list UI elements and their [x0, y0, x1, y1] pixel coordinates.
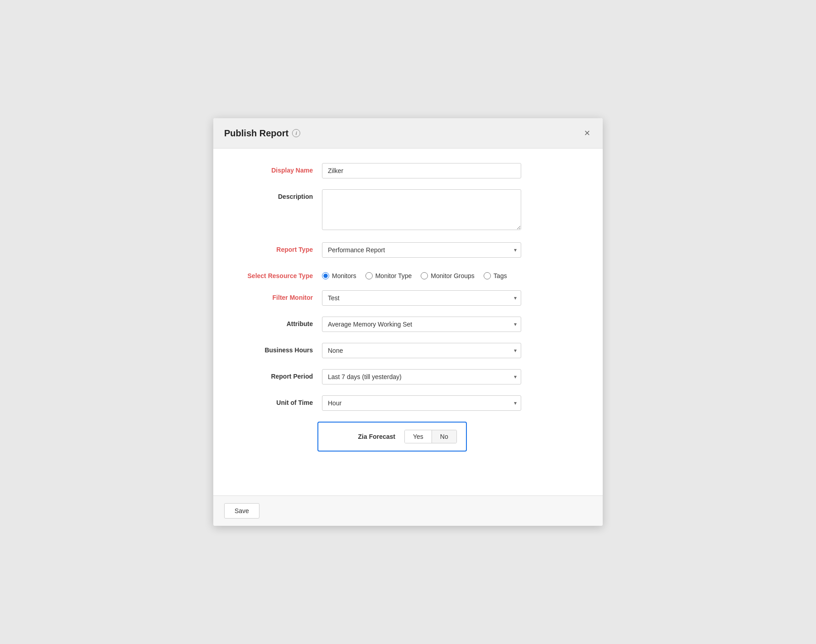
business-hours-select-wrap: None ▾ — [322, 343, 521, 358]
unit-of-time-row: Unit of Time Hour Day Week ▾ — [231, 395, 585, 411]
report-type-row: Report Type Performance Report Availabil… — [231, 242, 585, 258]
display-name-label: Display Name — [231, 163, 322, 174]
display-name-row: Display Name — [231, 163, 585, 178]
select-resource-type-row: Select Resource Type Monitors Monitor Ty… — [231, 269, 585, 279]
unit-of-time-label: Unit of Time — [231, 395, 322, 406]
filter-monitor-label: Filter Monitor — [231, 290, 322, 301]
unit-of-time-select[interactable]: Hour Day Week — [322, 395, 521, 411]
description-row: Description — [231, 189, 585, 231]
report-type-wrap: Performance Report Availability Report S… — [322, 242, 521, 258]
radio-tags[interactable]: Tags — [484, 272, 507, 279]
zia-forecast-container: Zia Forecast Yes No — [317, 422, 467, 452]
publish-report-modal: Publish Report i × Display Name Descript… — [213, 118, 603, 526]
zia-forecast-no-button[interactable]: No — [432, 430, 456, 443]
filter-monitor-select-wrap: Test ▾ — [322, 290, 521, 306]
radio-monitor-type-input[interactable] — [365, 272, 373, 279]
attribute-select-wrap: Average Memory Working Set ▾ — [322, 317, 521, 332]
report-type-select[interactable]: Performance Report Availability Report S… — [322, 242, 521, 258]
description-wrap — [322, 189, 521, 231]
business-hours-label: Business Hours — [231, 343, 322, 354]
zia-forecast-label: Zia Forecast — [323, 433, 395, 440]
close-button[interactable]: × — [582, 126, 592, 140]
business-hours-wrap: None ▾ — [322, 343, 521, 358]
zia-forecast-row: Zia Forecast Yes No — [231, 422, 585, 452]
radio-monitors-label: Monitors — [332, 272, 356, 279]
report-type-label: Report Type — [231, 242, 322, 253]
radio-monitor-groups-input[interactable] — [421, 272, 428, 279]
unit-of-time-wrap: Hour Day Week ▾ — [322, 395, 521, 411]
description-input[interactable] — [322, 189, 521, 230]
modal-footer: Save — [213, 495, 603, 526]
modal-header: Publish Report i × — [213, 118, 603, 149]
resource-type-radio-group: Monitors Monitor Type Monitor Groups Tag… — [322, 269, 521, 279]
radio-monitors-input[interactable] — [322, 272, 329, 279]
report-period-label: Report Period — [231, 369, 322, 380]
business-hours-row: Business Hours None ▾ — [231, 343, 585, 358]
attribute-select[interactable]: Average Memory Working Set — [322, 317, 521, 332]
report-period-row: Report Period Last 7 days (till yesterda… — [231, 369, 585, 384]
report-period-wrap: Last 7 days (till yesterday) ▾ — [322, 369, 521, 384]
description-label: Description — [231, 189, 322, 200]
filter-monitor-row: Filter Monitor Test ▾ — [231, 290, 585, 306]
zia-forecast-yes-button[interactable]: Yes — [405, 430, 432, 443]
report-period-select-wrap: Last 7 days (till yesterday) ▾ — [322, 369, 521, 384]
radio-monitor-groups-label: Monitor Groups — [431, 272, 474, 279]
radio-monitor-type[interactable]: Monitor Type — [365, 272, 412, 279]
radio-monitors[interactable]: Monitors — [322, 272, 356, 279]
attribute-row: Attribute Average Memory Working Set ▾ — [231, 317, 585, 332]
display-name-input[interactable] — [322, 163, 521, 178]
filter-monitor-select[interactable]: Test — [322, 290, 521, 306]
zia-forecast-toggle-group: Yes No — [404, 430, 457, 443]
report-type-select-wrap: Performance Report Availability Report S… — [322, 242, 521, 258]
radio-tags-label: Tags — [494, 272, 507, 279]
display-name-wrap — [322, 163, 521, 178]
modal-body: Display Name Description Report Type Per… — [213, 149, 603, 495]
modal-title: Publish Report — [224, 128, 288, 139]
attribute-label: Attribute — [231, 317, 322, 327]
radio-monitor-groups[interactable]: Monitor Groups — [421, 272, 474, 279]
report-period-select[interactable]: Last 7 days (till yesterday) — [322, 369, 521, 384]
attribute-wrap: Average Memory Working Set ▾ — [322, 317, 521, 332]
unit-of-time-select-wrap: Hour Day Week ▾ — [322, 395, 521, 411]
save-button[interactable]: Save — [224, 503, 259, 519]
radio-monitor-type-label: Monitor Type — [375, 272, 412, 279]
resource-type-wrap: Monitors Monitor Type Monitor Groups Tag… — [322, 269, 521, 279]
business-hours-select[interactable]: None — [322, 343, 521, 358]
info-icon[interactable]: i — [292, 129, 300, 137]
modal-title-area: Publish Report i — [224, 128, 300, 139]
filter-monitor-wrap: Test ▾ — [322, 290, 521, 306]
radio-tags-input[interactable] — [484, 272, 491, 279]
select-resource-type-label: Select Resource Type — [231, 269, 322, 279]
